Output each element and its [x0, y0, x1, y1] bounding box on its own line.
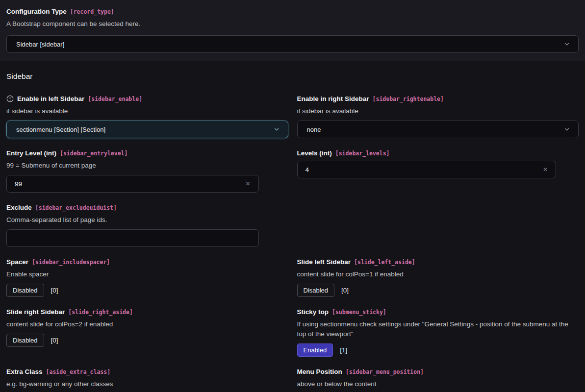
slide-right-toggle-button[interactable]: Disabled — [6, 334, 44, 347]
field-label-row: Spacer [sidebar_includespacer] — [6, 257, 288, 266]
field-label-row: Slide left Sidebar [slide_left_aside] — [297, 257, 579, 266]
field-sidebar-levels: Levels (int) [sidebar_levels] ✕ — [297, 148, 579, 193]
field-key: [sidebar_menu_position] — [346, 368, 424, 375]
field-key: [sidebar_includespacer] — [32, 259, 110, 266]
configuration-type-label: Configuration Type — [6, 8, 67, 15]
field-description: content slide for colPos=2 if enabled — [6, 319, 288, 329]
levels-input[interactable] — [299, 161, 542, 178]
slide-left-toggle-value: [0] — [341, 287, 349, 294]
fields-grid: Enable in left Sidebar [sidebar_enable] … — [6, 94, 579, 392]
configuration-type-key: [record_type] — [70, 8, 114, 15]
field-label-row: Sticky top [submenu_sticky] — [297, 307, 579, 316]
field-key: [submenu_sticky] — [332, 309, 386, 316]
empty-cell — [297, 203, 579, 247]
field-description: Comma-separated list of page ids. — [6, 215, 288, 225]
field-submenu-sticky: Sticky top [submenu_sticky] If using sec… — [297, 307, 579, 357]
field-key: [sidebar_rightenable] — [373, 96, 444, 102]
field-label: Slide left Sidebar — [297, 258, 351, 266]
field-description: content slide for colPos=1 if enabled — [297, 270, 579, 279]
spacer-toggle-button[interactable]: Disabled — [6, 284, 44, 297]
entry-level-input-wrap: ✕ — [6, 175, 259, 193]
field-label-row: Slide right Sidebar [slide_right_aside] — [6, 307, 288, 316]
field-sidebar-enable: Enable in left Sidebar [sidebar_enable] … — [6, 94, 288, 138]
sidebar-section: Sidebar Enable in left Sidebar [sidebar_… — [0, 61, 585, 392]
field-label-row: Entry Level (int) [sidebar_entrylevel] — [6, 148, 288, 157]
field-label: Menu Position — [297, 368, 342, 375]
field-label: Extra Class — [6, 368, 43, 375]
levels-input-wrap: ✕ — [297, 161, 557, 178]
field-label-row: Levels (int) [sidebar_levels] — [297, 148, 579, 157]
sticky-top-toggle-button[interactable]: Enabled — [297, 343, 333, 357]
field-key: [slide_left_aside] — [354, 259, 415, 266]
field-key: [sidebar_excludeuiduist] — [35, 204, 117, 211]
field-description: Enable spacer — [6, 270, 288, 279]
spacer-toggle-value: [0] — [51, 287, 58, 294]
field-label-row: Exclude [sidebar_excludeuiduist] — [6, 203, 288, 212]
clear-icon[interactable]: ✕ — [244, 180, 251, 188]
field-label: Enable in left Sidebar — [17, 95, 84, 102]
field-sidebar-exclude: Exclude [sidebar_excludeuiduist] Comma-s… — [6, 203, 288, 247]
field-label: Levels (int) — [297, 149, 332, 157]
slide-right-toggle-value: [0] — [51, 337, 58, 344]
slide-left-toggle-button[interactable]: Disabled — [297, 284, 335, 297]
slide-left-toggle-row: Disabled [0] — [297, 284, 579, 297]
spacer-toggle-row: Disabled [0] — [6, 284, 288, 297]
field-key: [sidebar_enable] — [88, 96, 142, 102]
field-label: Slide right Sidebar — [6, 308, 65, 316]
field-description: e.g. bg-warning or any other classes — [6, 379, 288, 389]
field-slide-right-aside: Slide right Sidebar [slide_right_aside] … — [6, 307, 288, 357]
field-description: 99 = Submenu of current page — [6, 161, 288, 171]
configuration-type-label-row: Configuration Type [record_type] — [6, 7, 579, 16]
field-description: If using sectionmenu check settings unde… — [297, 319, 572, 339]
field-label: Entry Level (int) — [6, 149, 56, 157]
field-label: Sticky top — [297, 308, 329, 316]
exclude-input-wrap: ✕ — [6, 229, 259, 247]
entry-level-input[interactable] — [8, 175, 244, 192]
field-key: [aside_extra_class] — [46, 368, 111, 375]
clear-icon[interactable]: ✕ — [542, 166, 549, 173]
field-description: if sidebar is available — [6, 106, 288, 116]
field-sidebar-includespacer: Spacer [sidebar_includespacer] Enable sp… — [6, 257, 288, 297]
field-description: above or below the content — [297, 379, 579, 389]
field-sidebar-rightenable: Enable in right Sidebar [sidebar_righten… — [297, 94, 579, 138]
field-description: if sidebar is available — [297, 106, 579, 116]
slide-right-toggle-row: Disabled [0] — [6, 334, 288, 347]
configuration-type-select[interactable]: Sidebar [sidebar] — [6, 35, 579, 53]
field-key: [sidebar_levels] — [335, 150, 390, 157]
exclude-input[interactable] — [8, 230, 244, 246]
sticky-top-toggle-value: [1] — [340, 346, 347, 354]
field-label-row: Extra Class [aside_extra_class] — [6, 367, 288, 376]
configuration-type-description: A Bootstrap component can be selected he… — [6, 19, 579, 29]
field-label: Spacer — [6, 258, 28, 266]
field-aside-extra-class: Extra Class [aside_extra_class] e.g. bg-… — [6, 367, 288, 392]
sticky-top-toggle-row: Enabled [1] — [297, 343, 579, 357]
chevron-down-icon — [563, 41, 570, 48]
field-label-row: Menu Position [sidebar_menu_position] — [297, 367, 579, 376]
chevron-down-icon — [273, 126, 280, 133]
sidebar-enable-select-value: sectionmenu [Section] [Section] — [16, 126, 105, 133]
field-label: Exclude — [6, 204, 32, 211]
sidebar-rightenable-select[interactable]: none — [297, 121, 579, 138]
configuration-type-panel: Configuration Type [record_type] A Boots… — [0, 0, 585, 61]
field-key: [sidebar_entrylevel] — [60, 150, 127, 157]
section-title: Sidebar — [6, 72, 579, 81]
field-slide-left-aside: Slide left Sidebar [slide_left_aside] co… — [297, 257, 579, 297]
field-key: [slide_right_aside] — [68, 309, 133, 316]
info-icon — [6, 95, 14, 102]
field-sidebar-menu-position: Menu Position [sidebar_menu_position] ab… — [297, 367, 579, 392]
configuration-type-select-value: Sidebar [sidebar] — [16, 41, 64, 48]
field-label-row: Enable in left Sidebar [sidebar_enable] — [6, 94, 288, 103]
chevron-down-icon — [563, 126, 570, 133]
field-label-row: Enable in right Sidebar [sidebar_righten… — [297, 94, 579, 103]
field-sidebar-entrylevel: Entry Level (int) [sidebar_entrylevel] 9… — [6, 148, 288, 193]
field-label: Enable in right Sidebar — [297, 95, 369, 102]
sidebar-enable-select[interactable]: sectionmenu [Section] [Section] — [6, 121, 288, 138]
sidebar-rightenable-select-value: none — [307, 126, 321, 133]
